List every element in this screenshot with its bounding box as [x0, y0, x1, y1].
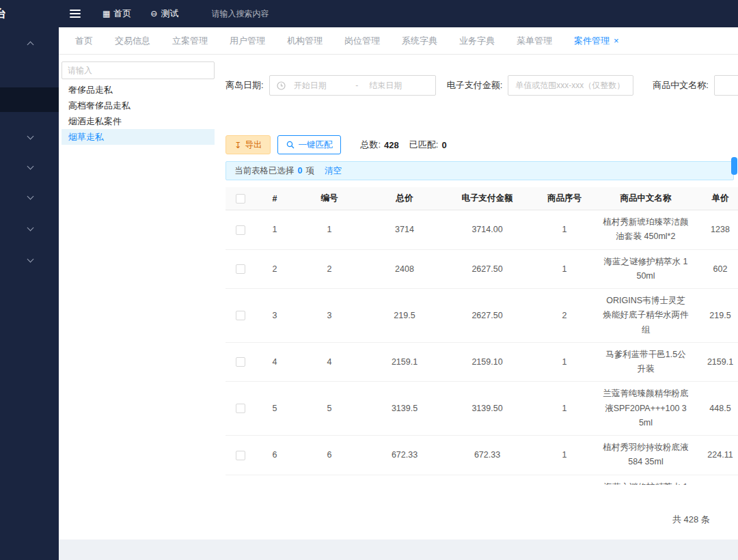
- category-panel: 奢侈品走私高档奢侈品走私烟酒走私案件烟草走私: [62, 61, 215, 145]
- tab-label: 业务字典: [459, 35, 495, 47]
- category-item[interactable]: 高档奢侈品走私: [62, 98, 215, 113]
- table-row: 442159.12159.101马爹利蓝带干邑1.5公升装2159.1: [226, 342, 738, 382]
- chevron-down-icon[interactable]: [27, 225, 34, 232]
- cell-total: 602: [365, 475, 444, 485]
- chevron-down-icon[interactable]: [27, 193, 34, 200]
- hamburger-menu-icon[interactable]: [67, 7, 83, 20]
- chevron-down-icon[interactable]: [27, 256, 34, 263]
- cell-epay: 602.00: [444, 475, 530, 485]
- tab-bar: 首页交易信息立案管理用户管理机构管理岗位管理系统字典业务字典菜单管理案件管理×: [59, 27, 738, 55]
- category-search-input[interactable]: [62, 61, 215, 79]
- tab-6[interactable]: 岗位管理: [344, 35, 380, 47]
- column-header: #: [256, 187, 294, 210]
- total-value: 428: [384, 140, 399, 150]
- tab-1[interactable]: 首页: [75, 35, 93, 47]
- cell-seq: 1: [530, 382, 599, 436]
- row-checkbox[interactable]: [236, 451, 245, 460]
- tab-7[interactable]: 系统字典: [402, 35, 437, 47]
- cell-index: 7: [256, 475, 294, 485]
- minus-circle-icon: ⊖: [150, 10, 157, 18]
- category-item[interactable]: 烟草走私: [62, 129, 215, 145]
- date-end-placeholder[interactable]: 结束日期: [361, 80, 428, 92]
- tab-5[interactable]: 机构管理: [287, 35, 323, 47]
- row-checkbox[interactable]: [236, 311, 245, 320]
- product-name-filter-label: 商品中文名称:: [653, 79, 709, 92]
- cell-total: 672.33: [365, 436, 444, 475]
- cell-name: 兰蔻菁纯臻颜精华粉底液SPF20PA+++100 35ml: [599, 382, 693, 436]
- row-checkbox[interactable]: [236, 264, 245, 274]
- table-row: 1137143714.001植村秀新琥珀臻萃洁颜油套装 450ml*21238: [226, 210, 738, 250]
- category-item[interactable]: 奢侈品走私: [62, 82, 215, 98]
- tab-label: 用户管理: [230, 35, 265, 47]
- category-list: 奢侈品走私高档奢侈品走私烟酒走私案件烟草走私: [62, 82, 215, 145]
- tab-8[interactable]: 业务字典: [459, 35, 495, 47]
- tab-10[interactable]: 案件管理×: [574, 35, 619, 47]
- tab-3[interactable]: 立案管理: [172, 35, 208, 47]
- row-checkbox-cell: [226, 210, 256, 250]
- cell-name: 植村秀羽纱持妆粉底液 584 35ml: [599, 436, 693, 475]
- selection-suffix: 项: [305, 165, 314, 177]
- chevron-up-icon[interactable]: [27, 42, 34, 48]
- cell-seq: 2: [530, 289, 599, 343]
- vertical-scrollbar[interactable]: [731, 157, 737, 478]
- table-row: 2224082627.501海蓝之谜修护精萃水 150ml602: [226, 249, 738, 289]
- cell-total: 3139.5: [365, 382, 444, 436]
- row-checkbox[interactable]: [236, 357, 245, 367]
- category-item[interactable]: 烟酒走私案件: [62, 113, 215, 129]
- export-button[interactable]: ↧ 导出: [226, 135, 271, 154]
- column-header: 总价: [365, 187, 444, 210]
- table-row: 66672.33672.331植村秀羽纱持妆粉底液 584 35ml224.11: [226, 436, 738, 475]
- tab-label: 系统字典: [402, 35, 437, 47]
- table-row: 33219.52627.502ORIGINS韦博士灵芝焕能好底子精华水两件组21…: [226, 289, 738, 343]
- matched-label: 已匹配:: [409, 139, 439, 151]
- cell-epay: 2627.50: [444, 249, 530, 289]
- cell-name: 植村秀新琥珀臻萃洁颜油套装 450ml*2: [599, 210, 693, 250]
- column-header: 商品序号: [530, 187, 599, 210]
- topbar: 台 ▦ 首页 ⊖ 测试: [0, 0, 738, 27]
- select-all-checkbox[interactable]: [236, 194, 245, 204]
- row-checkbox-cell: [226, 475, 256, 485]
- match-button-label: 一键匹配: [298, 139, 332, 151]
- table-row: 553139.53139.501兰蔻菁纯臻颜精华粉底液SPF20PA+++100…: [226, 382, 738, 436]
- tab-2[interactable]: 交易信息: [115, 35, 150, 47]
- cell-total: 2408: [365, 249, 444, 289]
- selection-info-bar: 当前表格已选择 0 项 清空: [226, 161, 734, 180]
- amount-filter-label: 电子支付金额:: [447, 79, 503, 92]
- date-start-placeholder[interactable]: 开始日期: [286, 80, 353, 92]
- topbar-home[interactable]: ▦ 首页: [102, 8, 131, 20]
- global-search-input[interactable]: [211, 9, 361, 18]
- product-name-input[interactable]: [714, 75, 738, 96]
- cell-code: 3: [294, 289, 365, 343]
- selection-prefix: 当前表格已选择: [234, 165, 295, 177]
- row-checkbox[interactable]: [236, 225, 245, 235]
- export-button-label: 导出: [245, 139, 262, 151]
- tab-label: 菜单管理: [517, 35, 552, 47]
- cell-code: 5: [294, 382, 365, 436]
- search-icon: [286, 141, 295, 149]
- brand-logo: 台: [0, 7, 5, 21]
- scrollbar-thumb[interactable]: [731, 157, 737, 175]
- topbar-home-label: 首页: [113, 8, 131, 20]
- tab-9[interactable]: 菜单管理: [517, 35, 552, 47]
- clear-selection-link[interactable]: 清空: [325, 165, 342, 177]
- sidebar-item-selected[interactable]: [0, 87, 59, 112]
- cell-epay: 3139.50: [444, 382, 530, 436]
- cell-index: 2: [256, 249, 294, 289]
- row-checkbox[interactable]: [236, 404, 245, 413]
- row-checkbox-cell: [226, 289, 256, 343]
- cell-total: 2159.1: [365, 342, 444, 382]
- tab-4[interactable]: 用户管理: [230, 35, 265, 47]
- chevron-down-icon[interactable]: [27, 163, 34, 170]
- tab-label: 岗位管理: [344, 35, 380, 47]
- amount-input[interactable]: [508, 75, 633, 96]
- cell-index: 6: [256, 436, 294, 475]
- topbar-test[interactable]: ⊖ 测试: [150, 8, 178, 20]
- date-separator: -: [353, 81, 361, 90]
- one-click-match-button[interactable]: 一键匹配: [277, 135, 341, 154]
- row-checkbox-cell: [226, 342, 256, 382]
- cell-index: 3: [256, 289, 294, 343]
- chevron-down-icon[interactable]: [27, 133, 34, 140]
- tab-label: 首页: [75, 35, 93, 47]
- tab-close-icon[interactable]: ×: [614, 36, 619, 45]
- date-range-picker[interactable]: 开始日期 - 结束日期: [269, 75, 436, 96]
